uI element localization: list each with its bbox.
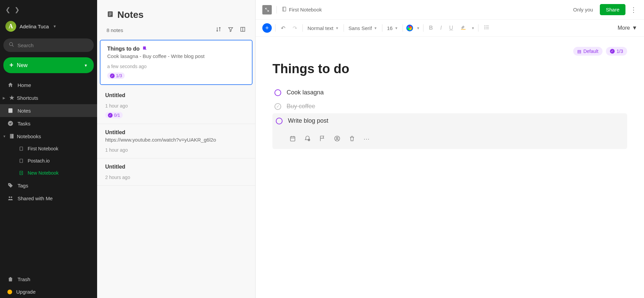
chevron-down-icon[interactable]: ▼ [471, 26, 475, 30]
template-badge[interactable]: ▤ Default [573, 47, 602, 56]
task-text[interactable]: Write blog post [288, 117, 328, 124]
notebook-label: First Notebook [28, 146, 58, 151]
task-item[interactable]: ✓ Buy coffee [272, 99, 627, 113]
note-card[interactable]: Untitled 1 hour ago ✓ 0/1 [97, 87, 255, 124]
search-input[interactable] [18, 42, 88, 48]
new-button[interactable]: + New ▼ [3, 57, 94, 73]
nav-label: Trash [18, 276, 30, 282]
forward-icon[interactable]: ❯ [14, 6, 20, 13]
task-text[interactable]: Cook lasagna [287, 89, 324, 96]
nav-label: Shared with Me [18, 196, 53, 201]
task-item[interactable]: Cook lasagna [272, 86, 627, 99]
user-menu[interactable]: A Adelina Tuca ▼ [0, 17, 97, 36]
note-card[interactable]: Things to do Cook lasagna - Buy coffee -… [100, 40, 253, 85]
nav-trash[interactable]: Trash [0, 273, 97, 286]
notebook-label: New Notebook [28, 170, 59, 176]
note-card[interactable]: Untitled https://www.youtube.com/watch?v… [97, 124, 255, 158]
notebook-plus-icon [18, 171, 24, 175]
nav-upgrade[interactable]: Upgrade [0, 286, 97, 298]
nav-home[interactable]: Home [0, 79, 97, 91]
assign-icon[interactable] [334, 135, 341, 144]
trash-icon [7, 276, 13, 282]
share-button[interactable]: Share [600, 4, 625, 15]
nav-shared[interactable]: Shared with Me [0, 192, 97, 205]
svg-point-3 [8, 121, 13, 126]
paragraph-style-select[interactable]: Normal text ▼ [306, 25, 340, 31]
nav-label: Notebooks [17, 133, 41, 139]
notebook-new[interactable]: New Notebook [0, 167, 97, 179]
filter-icon[interactable] [228, 26, 234, 34]
toolbar-more[interactable]: More ▼ [618, 25, 637, 31]
breadcrumb-notebook[interactable]: First Notebook [282, 6, 322, 13]
svg-rect-4 [10, 134, 14, 139]
expand-icon[interactable] [262, 5, 272, 14]
chevron-down-icon[interactable]: ▼ [416, 26, 420, 30]
text-color-picker[interactable] [406, 25, 413, 31]
editor-toolbar: + ↶ ↷ Normal text ▼ Sans Serif ▼ 16 ▼ ▼ … [256, 20, 644, 37]
editor-topbar: First Notebook Only you Share ⋮ [256, 0, 644, 20]
task-checkbox[interactable] [274, 89, 281, 96]
note-card[interactable]: Untitled 2 hours ago [97, 158, 255, 186]
redo-icon[interactable]: ↷ [291, 24, 299, 33]
note-time: a few seconds ago [107, 64, 245, 69]
nav-shortcuts[interactable]: ▶ Shortcuts [0, 91, 97, 104]
more-icon[interactable]: ⋯ [363, 135, 370, 144]
notes-pane: Notes 8 notes Things to do Cook lasagna … [97, 0, 256, 298]
highlight-icon[interactable] [459, 23, 468, 33]
notes-icon [107, 10, 114, 19]
home-icon [7, 82, 13, 88]
view-icon[interactable] [240, 26, 246, 34]
svg-point-24 [485, 26, 485, 26]
breadcrumb-label: First Notebook [289, 7, 322, 12]
notebook-first[interactable]: First Notebook [0, 143, 97, 155]
expand-icon[interactable]: ▶ [3, 96, 7, 100]
select-value: Normal text [308, 25, 333, 31]
flag-icon[interactable] [319, 135, 326, 144]
more-options-icon[interactable]: ⋮ [630, 6, 637, 14]
notes-count: 8 notes [107, 27, 123, 33]
nav-notes[interactable]: Notes [0, 104, 97, 117]
progress-badge[interactable]: ✓ 1/3 [606, 47, 627, 56]
reminder-icon[interactable] [304, 135, 311, 144]
tag-icon [7, 182, 13, 188]
nav-label: Upgrade [16, 289, 36, 295]
notebook-postach[interactable]: Postach.io [0, 155, 97, 167]
notes-subheader: 8 notes [97, 23, 255, 38]
upgrade-icon [7, 290, 12, 294]
nav-tags[interactable]: Tags [0, 179, 97, 192]
search-icon [9, 42, 14, 49]
task-item-selected[interactable]: Write blog post ⋯ [272, 113, 627, 149]
underline-icon[interactable]: U [447, 24, 455, 32]
task-text[interactable]: Buy coffee [287, 103, 315, 110]
check-icon: ✓ [110, 73, 115, 78]
font-family-select[interactable]: Sans Serif ▼ [347, 25, 379, 31]
back-icon[interactable]: ❮ [5, 6, 10, 13]
note-title-heading[interactable]: Things to do [272, 62, 627, 76]
note-badges: ▤ Default ✓ 1/3 [272, 47, 627, 56]
list-icon[interactable] [482, 23, 492, 33]
notebook-icon [9, 133, 15, 139]
undo-icon[interactable]: ↶ [279, 24, 287, 33]
editor-body[interactable]: ▤ Default ✓ 1/3 Things to do Cook lasagn… [256, 37, 644, 298]
chevron-down-icon: ▼ [335, 26, 339, 30]
italic-icon[interactable]: I [438, 24, 444, 32]
delete-icon[interactable] [349, 135, 355, 144]
notebook-icon [18, 146, 24, 151]
calendar-icon[interactable] [289, 135, 296, 144]
sharing-status[interactable]: Only you [573, 7, 593, 12]
search-box[interactable] [3, 38, 94, 52]
nav-label: Notes [18, 108, 31, 114]
bold-icon[interactable]: B [427, 24, 435, 32]
chevron-down-icon: ▼ [84, 63, 88, 67]
task-checkbox[interactable] [276, 118, 283, 124]
task-checkbox[interactable]: ✓ [274, 103, 281, 110]
sort-icon[interactable] [215, 26, 222, 34]
insert-button[interactable]: + [262, 23, 272, 33]
nav-label: Tasks [18, 121, 30, 126]
nav-tasks[interactable]: Tasks [0, 117, 97, 130]
nav-label: Shortcuts [17, 95, 38, 101]
divider [403, 24, 403, 32]
font-size-select[interactable]: 16 ▼ [386, 25, 400, 31]
expand-icon[interactable]: ▼ [3, 135, 7, 138]
nav-notebooks[interactable]: ▼ Notebooks [0, 130, 97, 143]
